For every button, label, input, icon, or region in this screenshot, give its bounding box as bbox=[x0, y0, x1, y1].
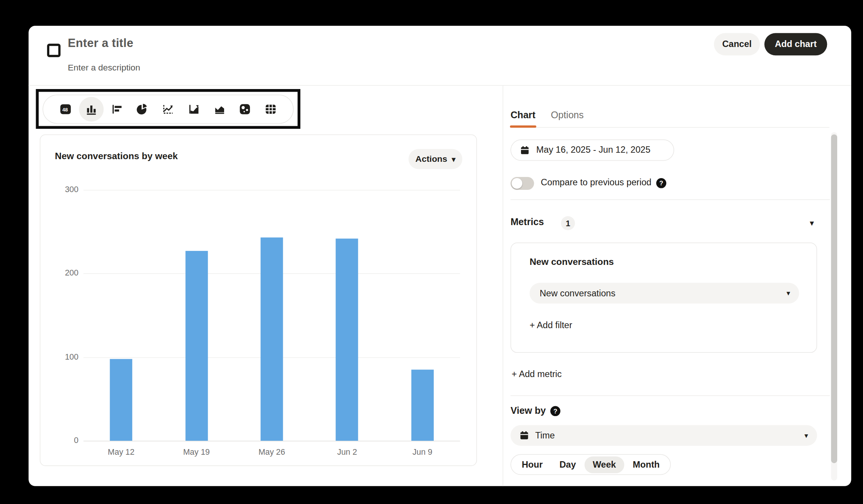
section-divider bbox=[510, 395, 830, 396]
y-axis-tick: 0 bbox=[40, 436, 78, 445]
table-chart-type-button[interactable] bbox=[258, 97, 283, 121]
segment-month[interactable]: Month bbox=[624, 456, 668, 473]
column-chart-type-button[interactable] bbox=[79, 97, 104, 121]
header-divider bbox=[28, 85, 851, 86]
x-axis-tick: Jun 9 bbox=[389, 448, 456, 457]
x-axis-tick: May 12 bbox=[88, 448, 155, 457]
bar-chart-icon bbox=[111, 103, 123, 115]
y-axis-tick: 100 bbox=[40, 352, 78, 361]
date-range-value: May 16, 2025 - Jun 12, 2025 bbox=[536, 145, 650, 155]
active-tab-indicator bbox=[510, 125, 536, 128]
donut-chart-type-button[interactable] bbox=[130, 97, 155, 121]
segment-hour[interactable]: Hour bbox=[513, 456, 551, 473]
chart-title-input[interactable]: Enter a title bbox=[68, 36, 133, 50]
y-axis-tick: 300 bbox=[40, 185, 78, 194]
create-chart-screen: Enter a title Enter a description Cancel… bbox=[0, 0, 863, 504]
bar-chart-type-button[interactable] bbox=[105, 97, 129, 121]
bar-may-26 bbox=[260, 238, 283, 441]
metrics-count-badge: 1 bbox=[561, 216, 575, 230]
scatter-chart-type-button[interactable] bbox=[233, 97, 257, 121]
calendar-icon bbox=[520, 146, 530, 155]
bar-jun-9 bbox=[411, 370, 433, 441]
cancel-button[interactable]: Cancel bbox=[714, 33, 760, 55]
bar-may-12 bbox=[110, 359, 132, 441]
metric-card: New conversations New conversations ▾ + … bbox=[510, 243, 817, 353]
metrics-collapse-chevron-icon[interactable]: ▾ bbox=[810, 218, 814, 227]
gridline bbox=[83, 190, 460, 190]
chart-frame-icon bbox=[47, 44, 60, 57]
line-chart-type-button[interactable] bbox=[156, 97, 180, 121]
panel-divider bbox=[503, 86, 503, 486]
table-icon bbox=[265, 103, 277, 115]
tab-divider bbox=[510, 127, 829, 127]
add-chart-button[interactable]: Add chart bbox=[764, 33, 827, 55]
gridline bbox=[83, 441, 460, 441]
line-chart-icon bbox=[162, 103, 174, 115]
y-axis-tick: 200 bbox=[40, 268, 78, 277]
view-by-select-value: Time bbox=[535, 430, 798, 441]
section-divider bbox=[510, 199, 830, 200]
segment-day[interactable]: Day bbox=[551, 456, 584, 473]
scatter-chart-icon bbox=[239, 103, 251, 115]
bar-jun-2 bbox=[336, 238, 358, 441]
x-axis-tick: May 19 bbox=[163, 448, 230, 457]
chevron-down-icon: ▾ bbox=[805, 432, 808, 439]
number-chart-type-button[interactable]: 48 bbox=[53, 97, 78, 121]
compare-toggle[interactable] bbox=[510, 177, 534, 190]
panel-scrollbar[interactable] bbox=[831, 132, 837, 481]
metric-select-value: New conversations bbox=[540, 288, 786, 298]
chart-preview-card: New conversations by week Actions ▾ 3002… bbox=[40, 135, 477, 466]
chevron-down-icon: ▾ bbox=[786, 290, 790, 297]
area-chart-type-button[interactable] bbox=[207, 97, 232, 121]
bar-may-19 bbox=[185, 251, 208, 441]
date-range-picker[interactable]: May 16, 2025 - Jun 12, 2025 bbox=[510, 139, 674, 161]
column-chart-icon bbox=[85, 103, 97, 115]
add-metric-button[interactable]: + Add metric bbox=[512, 369, 562, 379]
x-axis-tick: Jun 2 bbox=[314, 448, 381, 457]
create-chart-modal: Enter a title Enter a description Cancel… bbox=[28, 26, 851, 486]
view-by-select[interactable]: Time ▾ bbox=[510, 425, 817, 446]
segment-week[interactable]: Week bbox=[584, 456, 624, 473]
svg-text:48: 48 bbox=[62, 106, 68, 112]
calendar-icon bbox=[519, 431, 529, 440]
view-by-help-icon[interactable]: ? bbox=[550, 406, 560, 416]
number-chart-icon: 48 bbox=[60, 103, 72, 115]
tab-chart[interactable]: Chart bbox=[510, 110, 535, 121]
donut-chart-icon bbox=[137, 103, 149, 115]
line-area-chart-icon bbox=[188, 103, 200, 115]
line-area-chart-type-button[interactable] bbox=[181, 97, 206, 121]
panel-scrollbar-thumb[interactable] bbox=[831, 135, 837, 463]
chart-type-toolbar-highlight: 48 bbox=[36, 89, 301, 129]
tab-options[interactable]: Options bbox=[551, 110, 584, 121]
add-filter-button[interactable]: + Add filter bbox=[530, 320, 572, 330]
metric-select[interactable]: New conversations ▾ bbox=[530, 283, 799, 304]
bar-chart-plot: 3002001000May 12May 19May 26Jun 2Jun 9 bbox=[40, 135, 476, 465]
view-by-label: View by bbox=[510, 405, 546, 417]
compare-label: Compare to previous period bbox=[541, 178, 651, 188]
metrics-section-title: Metrics bbox=[510, 217, 544, 228]
x-axis-tick: May 26 bbox=[238, 448, 305, 457]
time-granularity-segmented-control: Hour Day Week Month bbox=[510, 454, 671, 475]
metric-name: New conversations bbox=[530, 257, 614, 267]
chart-type-toolbar: 48 bbox=[42, 94, 293, 124]
area-chart-icon bbox=[213, 103, 226, 115]
toggle-knob bbox=[512, 178, 522, 189]
compare-help-icon[interactable]: ? bbox=[656, 178, 667, 188]
chart-description-input[interactable]: Enter a description bbox=[68, 63, 140, 73]
